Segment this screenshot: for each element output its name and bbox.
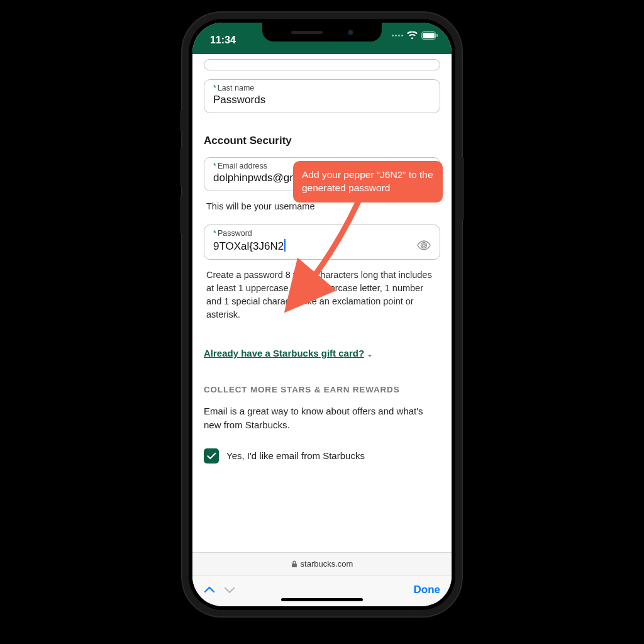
svg-rect-1 xyxy=(423,33,435,38)
front-camera xyxy=(348,30,353,35)
last-name-label: *Last name xyxy=(213,84,431,92)
svg-point-3 xyxy=(423,244,425,247)
screen: 11:34 *Last name Passwords xyxy=(192,23,452,606)
email-optin-checkbox[interactable] xyxy=(204,448,219,464)
account-security-heading: Account Security xyxy=(204,135,440,147)
volume-down-button xyxy=(180,195,183,234)
chevron-down-icon: ⌄ xyxy=(367,350,373,358)
annotation-callout: Add your pepper “J6N2” to the generated … xyxy=(293,161,443,203)
status-time: 11:34 xyxy=(210,35,236,46)
giftcard-row[interactable]: Already have a Starbucks gift card?⌄ xyxy=(204,348,440,358)
check-icon xyxy=(207,452,216,460)
address-domain: starbucks.com xyxy=(301,559,353,569)
show-password-icon[interactable] xyxy=(417,240,431,250)
rewards-heading: COLLECT MORE STARS & EARN REWARDS xyxy=(204,385,440,394)
text-cursor xyxy=(284,239,286,252)
side-button xyxy=(180,110,183,131)
annotation-arrow-icon xyxy=(289,198,371,308)
keyboard-done-button[interactable]: Done xyxy=(414,584,441,596)
battery-icon xyxy=(421,31,438,40)
lock-icon xyxy=(291,560,297,568)
email-optin-label: Yes, I'd like email from Starbucks xyxy=(226,450,365,461)
wifi-icon xyxy=(407,31,418,40)
phone-frame: 11:34 *Last name Passwords xyxy=(182,13,462,616)
annotation-text: Add your pepper “J6N2” to the generated … xyxy=(302,169,433,193)
speaker xyxy=(291,31,323,34)
email-optin-row[interactable]: Yes, I'd like email from Starbucks xyxy=(204,448,440,464)
notch xyxy=(262,23,382,42)
svg-rect-2 xyxy=(436,34,438,37)
home-indicator[interactable] xyxy=(281,598,363,601)
volume-up-button xyxy=(180,148,183,187)
last-name-field[interactable]: *Last name Passwords xyxy=(204,79,440,113)
giftcard-link[interactable]: Already have a Starbucks gift card? xyxy=(204,348,364,358)
keyboard-toolbar: Done xyxy=(192,575,452,606)
svg-rect-4 xyxy=(292,564,297,567)
power-button xyxy=(461,157,464,220)
first-name-field[interactable] xyxy=(204,59,440,70)
cellular-dots-icon xyxy=(392,35,403,36)
next-field-button[interactable] xyxy=(224,586,235,594)
last-name-value[interactable]: Passwords xyxy=(213,94,431,106)
prev-field-button[interactable] xyxy=(204,586,215,594)
safari-address-bar[interactable]: starbucks.com xyxy=(192,552,452,575)
rewards-description: Email is a great way to know about offer… xyxy=(204,404,440,432)
